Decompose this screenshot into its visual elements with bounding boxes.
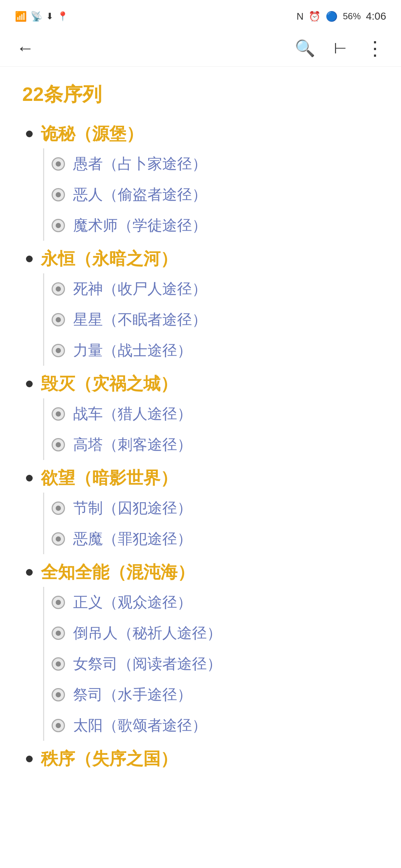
inner-bullet-2-1 bbox=[52, 282, 65, 296]
sub-list-2: 死神（收尸人途径）星星（不眠者途径）力量（战士途径） bbox=[52, 273, 379, 366]
category-item-3: 毁灭（灾祸之城）战车（猎人途径）高塔（刺客途径） bbox=[22, 372, 379, 460]
sub-label-5-1: 正义（观众途径） bbox=[73, 592, 192, 612]
inner-bullet-1-3 bbox=[52, 219, 65, 232]
nav-left: ← bbox=[16, 38, 34, 58]
category-item-5: 全知全能（混沌海）正义（观众途径）倒吊人（秘祈人途径）女祭司（阅读者途径）祭司（… bbox=[22, 561, 379, 741]
inner-dot-5-1 bbox=[56, 600, 61, 605]
edit-button[interactable]: ⊢ bbox=[334, 40, 347, 57]
sub-label-5-3: 女祭司（阅读者途径） bbox=[73, 654, 222, 674]
outer-bullet-2 bbox=[26, 256, 33, 262]
inner-dot-1-2 bbox=[56, 192, 61, 197]
sub-label-4-2: 恶魔（罪犯途径） bbox=[73, 529, 192, 549]
sub-item-1-3[interactable]: 魔术师（学徒途径） bbox=[52, 210, 379, 241]
sub-label-1-1: 愚者（占卜家途径） bbox=[73, 154, 207, 174]
inner-bullet-2-2 bbox=[52, 313, 65, 326]
inner-bullet-2-3 bbox=[52, 344, 65, 357]
outer-bullet-3 bbox=[26, 381, 33, 387]
outer-bullet-5 bbox=[26, 569, 33, 576]
inner-bullet-3-1 bbox=[52, 407, 65, 421]
sub-item-2-1[interactable]: 死神（收尸人途径） bbox=[52, 273, 379, 304]
sub-list-4: 节制（囚犯途径）恶魔（罪犯途径） bbox=[52, 493, 379, 554]
signal-icon: 📶 bbox=[15, 11, 27, 22]
inner-bullet-4-2 bbox=[52, 532, 65, 546]
location-icon: 📍 bbox=[57, 11, 68, 22]
inner-dot-3-2 bbox=[56, 442, 61, 447]
inner-dot-4-1 bbox=[56, 506, 61, 511]
category-row-3[interactable]: 毁灭（灾祸之城） bbox=[22, 372, 379, 395]
sub-label-3-1: 战车（猎人途径） bbox=[73, 404, 192, 424]
bt-icon: 🔵 bbox=[326, 11, 338, 22]
inner-dot-5-4 bbox=[56, 692, 61, 697]
inner-bullet-5-1 bbox=[52, 596, 65, 609]
category-label-5: 全知全能（混沌海） bbox=[41, 561, 195, 584]
sub-list-container-5: 正义（观众途径）倒吊人（秘祈人途径）女祭司（阅读者途径）祭司（水手途径）太阳（歌… bbox=[43, 587, 379, 741]
inner-bullet-4-1 bbox=[52, 502, 65, 515]
sub-item-5-3[interactable]: 女祭司（阅读者途径） bbox=[52, 648, 379, 679]
outer-bullet-1 bbox=[26, 131, 33, 137]
category-label-2: 永恒（永暗之河） bbox=[41, 247, 177, 270]
category-row-6[interactable]: 秩序（失序之国） bbox=[22, 747, 379, 770]
inner-bullet-5-2 bbox=[52, 627, 65, 640]
inner-dot-2-1 bbox=[56, 286, 61, 292]
inner-dot-4-2 bbox=[56, 536, 61, 542]
inner-dot-2-2 bbox=[56, 317, 61, 322]
category-row-1[interactable]: 诡秘（源堡） bbox=[22, 122, 379, 145]
sub-item-5-1[interactable]: 正义（观众途径） bbox=[52, 587, 379, 618]
category-row-5[interactable]: 全知全能（混沌海） bbox=[22, 561, 379, 584]
category-item-6: 秩序（失序之国） bbox=[22, 747, 379, 770]
sub-list-container-2: 死神（收尸人途径）星星（不眠者途径）力量（战士途径） bbox=[43, 273, 379, 366]
sub-item-4-1[interactable]: 节制（囚犯途径） bbox=[52, 493, 379, 523]
sub-label-4-1: 节制（囚犯途径） bbox=[73, 498, 192, 518]
outer-bullet-6 bbox=[26, 756, 33, 762]
category-label-3: 毁灭（灾祸之城） bbox=[41, 372, 177, 395]
page-title: 22条序列 bbox=[22, 82, 379, 108]
sub-item-5-4[interactable]: 祭司（水手途径） bbox=[52, 679, 379, 710]
sub-label-2-2: 星星（不眠者途径） bbox=[73, 309, 207, 330]
back-button[interactable]: ← bbox=[16, 38, 34, 58]
sub-list-container-1: 愚者（占卜家途径）恶人（偷盗者途径）魔术师（学徒途径） bbox=[43, 148, 379, 241]
sub-item-5-2[interactable]: 倒吊人（秘祈人途径） bbox=[52, 618, 379, 648]
sub-item-1-1[interactable]: 愚者（占卜家途径） bbox=[52, 148, 379, 179]
category-row-4[interactable]: 欲望（暗影世界） bbox=[22, 467, 379, 490]
sub-label-3-2: 高塔（刺客途径） bbox=[73, 434, 192, 455]
inner-dot-5-3 bbox=[56, 661, 61, 667]
inner-bullet-5-4 bbox=[52, 688, 65, 701]
outer-bullet-4 bbox=[26, 475, 33, 481]
inner-bullet-5-3 bbox=[52, 657, 65, 671]
sub-label-2-1: 死神（收尸人途径） bbox=[73, 279, 207, 299]
status-bar: 📶 📡 ⬇ 📍 N ⏰ 🔵 56% 4:06 bbox=[0, 0, 401, 30]
category-item-2: 永恒（永暗之河）死神（收尸人途径）星星（不眠者途径）力量（战士途径） bbox=[22, 247, 379, 366]
time-display: 4:06 bbox=[366, 10, 387, 22]
sub-item-3-2[interactable]: 高塔（刺客途径） bbox=[52, 429, 379, 460]
sub-item-2-2[interactable]: 星星（不眠者途径） bbox=[52, 304, 379, 335]
navbar: ← 🔍 ⊢ ⋮ bbox=[0, 30, 401, 67]
category-row-2[interactable]: 永恒（永暗之河） bbox=[22, 247, 379, 270]
inner-dot-3-1 bbox=[56, 411, 61, 417]
sub-list-container-4: 节制（囚犯途径）恶魔（罪犯途径） bbox=[43, 493, 379, 554]
alarm-icon: ⏰ bbox=[309, 11, 320, 22]
category-label-1: 诡秘（源堡） bbox=[41, 122, 143, 145]
inner-dot-1-3 bbox=[56, 223, 61, 228]
category-list: 诡秘（源堡）愚者（占卜家途径）恶人（偷盗者途径）魔术师（学徒途径）永恒（永暗之河… bbox=[22, 122, 379, 770]
sub-label-5-2: 倒吊人（秘祈人途径） bbox=[73, 623, 222, 643]
inner-bullet-1-2 bbox=[52, 188, 65, 201]
category-item-4: 欲望（暗影世界）节制（囚犯途径）恶魔（罪犯途径） bbox=[22, 467, 379, 554]
inner-dot-5-2 bbox=[56, 631, 61, 636]
sub-item-3-1[interactable]: 战车（猎人途径） bbox=[52, 398, 379, 429]
sub-item-5-5[interactable]: 太阳（歌颂者途径） bbox=[52, 710, 379, 741]
inner-bullet-1-1 bbox=[52, 157, 65, 171]
inner-bullet-5-5 bbox=[52, 719, 65, 732]
main-content: 22条序列 诡秘（源堡）愚者（占卜家途径）恶人（偷盗者途径）魔术师（学徒途径）永… bbox=[0, 67, 401, 796]
sub-item-1-2[interactable]: 恶人（偷盗者途径） bbox=[52, 179, 379, 210]
category-label-6: 秩序（失序之国） bbox=[41, 747, 177, 770]
sub-item-4-2[interactable]: 恶魔（罪犯途径） bbox=[52, 523, 379, 554]
sub-list-1: 愚者（占卜家途径）恶人（偷盗者途径）魔术师（学徒途径） bbox=[52, 148, 379, 241]
sub-label-1-3: 魔术师（学徒途径） bbox=[73, 215, 207, 236]
sub-list-3: 战车（猎人途径）高塔（刺客途径） bbox=[52, 398, 379, 460]
nfc-icon: N bbox=[297, 11, 304, 22]
search-button[interactable]: 🔍 bbox=[295, 39, 315, 58]
battery-text: 56% bbox=[343, 11, 361, 22]
sub-list-5: 正义（观众途径）倒吊人（秘祈人途径）女祭司（阅读者途径）祭司（水手途径）太阳（歌… bbox=[52, 587, 379, 741]
more-button[interactable]: ⋮ bbox=[365, 37, 385, 59]
sub-item-2-3[interactable]: 力量（战士途径） bbox=[52, 335, 379, 366]
